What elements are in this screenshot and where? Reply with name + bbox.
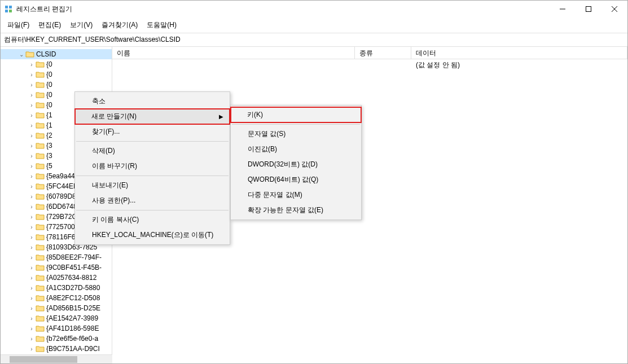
chevron-right-icon[interactable]: ›: [28, 336, 36, 342]
tree-label: {5: [46, 162, 52, 170]
submenu-binary[interactable]: 이진값(B): [231, 142, 361, 157]
tree-item[interactable]: ›{A1C3D27D-5880: [1, 283, 112, 293]
chevron-right-icon[interactable]: ›: [28, 122, 36, 129]
menu-label: 이름 바꾸기(R): [92, 161, 137, 171]
tree-label: {1: [46, 121, 52, 129]
addressbar[interactable]: 컴퓨터\HKEY_CURRENT_USER\Software\Classes\C…: [1, 33, 627, 47]
menu-separator: [76, 210, 229, 210]
chevron-right-icon[interactable]: ›: [28, 224, 36, 230]
list-cell-name: [117, 60, 359, 70]
chevron-right-icon[interactable]: ›: [28, 72, 36, 78]
chevron-right-icon: ▶: [219, 113, 223, 120]
column-data[interactable]: 데이터: [411, 47, 627, 59]
tree-item[interactable]: ›{AD856B15-D25E: [1, 303, 112, 313]
folder-icon: [36, 213, 45, 221]
tree-item[interactable]: ›{AF41D186-598E: [1, 323, 112, 334]
horizontal-scrollbar[interactable]: [1, 354, 112, 363]
tree-item-selected[interactable]: ⌄ CLSID: [1, 49, 112, 59]
chevron-right-icon[interactable]: ›: [28, 285, 36, 291]
chevron-down-icon[interactable]: ⌄: [17, 51, 25, 58]
close-button[interactable]: [601, 1, 627, 17]
menu-delete[interactable]: 삭제(D): [75, 143, 230, 159]
submenu-qword[interactable]: QWORD(64비트) 값(Q): [231, 172, 361, 187]
app-icon: [4, 5, 13, 14]
chevron-right-icon[interactable]: ›: [28, 82, 36, 88]
tree-item[interactable]: ›{A0257634-8812: [1, 273, 112, 283]
submenu-key[interactable]: 키(K): [230, 107, 362, 123]
chevron-right-icon[interactable]: ›: [28, 163, 36, 169]
svg-rect-5: [586, 7, 591, 12]
chevron-right-icon[interactable]: ›: [28, 234, 36, 240]
tree-label: {0: [46, 101, 52, 109]
minimize-button[interactable]: [550, 1, 576, 17]
menu-rename[interactable]: 이름 바꾸기(R): [75, 159, 230, 174]
chevron-right-icon[interactable]: ›: [28, 244, 36, 251]
chevron-right-icon[interactable]: ›: [28, 92, 36, 98]
menu-copy-keyname[interactable]: 키 이름 복사(C): [75, 212, 230, 227]
submenu-multistring[interactable]: 다중 문자열 값(M): [231, 187, 361, 203]
submenu-string[interactable]: 문자열 값(S): [231, 126, 361, 142]
menu-new[interactable]: 새로 만들기(N) ▶: [74, 108, 230, 125]
submenu-expandstring[interactable]: 확장 가능한 문자열 값(E): [231, 203, 361, 218]
chevron-right-icon[interactable]: ›: [28, 194, 36, 200]
chevron-right-icon[interactable]: ›: [28, 295, 36, 301]
tree-item[interactable]: ›{85D8EE2F-794F-: [1, 252, 112, 262]
tree-label: {b72e6f5e-f6e0-a: [46, 335, 98, 343]
folder-icon: [36, 233, 45, 241]
chevron-right-icon[interactable]: ›: [28, 153, 36, 159]
chevron-right-icon[interactable]: ›: [28, 326, 36, 332]
list-row[interactable]: (값 설정 안 됨): [112, 59, 627, 71]
window-title: 레지스트리 편집기: [16, 5, 550, 14]
chevron-right-icon[interactable]: ›: [28, 305, 36, 312]
chevron-right-icon[interactable]: ›: [28, 275, 36, 281]
folder-icon: [36, 131, 45, 139]
chevron-right-icon[interactable]: ›: [28, 173, 36, 179]
menu-permissions[interactable]: 사용 권한(P)...: [75, 193, 230, 208]
menu-export[interactable]: 내보내기(E): [75, 178, 230, 193]
column-name[interactable]: 이름: [112, 47, 355, 59]
menu-edit[interactable]: 편집(E): [34, 19, 65, 32]
maximize-button[interactable]: [576, 1, 601, 17]
menu-goto-hklm[interactable]: HKEY_LOCAL_MACHINE(으)로 이동(T): [75, 227, 230, 243]
tree-label: {AF41D186-598E: [46, 324, 99, 332]
chevron-right-icon[interactable]: ›: [28, 112, 36, 119]
folder-icon: [36, 284, 45, 292]
menu-file[interactable]: 파일(F): [3, 19, 34, 32]
chevron-right-icon[interactable]: ›: [28, 315, 36, 322]
chevron-right-icon[interactable]: ›: [28, 102, 36, 108]
tree-item[interactable]: ›{0: [1, 69, 112, 80]
tree-label: {85D8EE2F-794F-: [46, 253, 102, 261]
menu-favorites[interactable]: 즐겨찾기(A): [97, 19, 142, 32]
tree-item[interactable]: ›{0: [1, 80, 112, 90]
chevron-right-icon[interactable]: ›: [28, 265, 36, 271]
tree-item[interactable]: ›{B9C751AA-D9CI: [1, 344, 112, 354]
folder-icon: [36, 335, 45, 343]
chevron-right-icon[interactable]: ›: [28, 214, 36, 220]
folder-icon: [36, 152, 45, 160]
chevron-right-icon[interactable]: ›: [28, 143, 36, 149]
tree-label: {A1C3D27D-5880: [46, 284, 100, 292]
menu-find[interactable]: 찾기(F)...: [75, 124, 230, 139]
menu-view[interactable]: 보기(V): [65, 19, 97, 32]
context-menu: 축소 새로 만들기(N) ▶ 찾기(F)... 삭제(D) 이름 바꾸기(R) …: [74, 91, 230, 245]
submenu-dword[interactable]: DWORD(32비트) 값(D): [231, 157, 361, 172]
tree-label: {0: [46, 81, 52, 89]
tree-item[interactable]: ›{A8E2FC12-D508: [1, 293, 112, 303]
chevron-right-icon[interactable]: ›: [28, 204, 36, 210]
tree-item[interactable]: ›{AE1542A7-3989: [1, 313, 112, 323]
menu-help[interactable]: 도움말(H): [142, 19, 181, 32]
chevron-right-icon[interactable]: ›: [28, 133, 36, 139]
chevron-right-icon[interactable]: ›: [28, 255, 36, 261]
scrollbar-thumb[interactable]: [10, 356, 77, 363]
folder-icon: [36, 274, 45, 282]
tree-item[interactable]: ›{9C0BF451-F45B-: [1, 262, 112, 273]
menu-collapse[interactable]: 축소: [75, 94, 230, 109]
chevron-right-icon[interactable]: ›: [28, 183, 36, 190]
tree-label: {AD856B15-D25E: [46, 304, 100, 312]
folder-icon: [36, 304, 45, 312]
tree-item[interactable]: ›{0: [1, 59, 112, 69]
column-type[interactable]: 종류: [355, 47, 411, 59]
chevron-right-icon[interactable]: ›: [28, 62, 36, 68]
tree-item[interactable]: ›{b72e6f5e-f6e0-a: [1, 334, 112, 344]
chevron-right-icon[interactable]: ›: [28, 346, 36, 352]
